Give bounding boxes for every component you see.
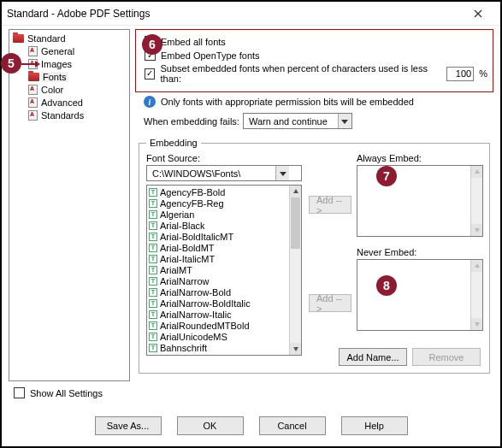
font-list-item-label: ArialNarrow-Italic <box>160 309 232 320</box>
font-list-item[interactable]: TArialNarrow-BoldItalic <box>149 298 287 309</box>
chevron-down-icon <box>275 166 289 180</box>
tree-item-label: General <box>39 46 76 56</box>
truetype-icon: T <box>149 233 157 241</box>
svg-marker-10 <box>475 263 480 268</box>
save-as-button[interactable]: Save As... <box>95 416 162 435</box>
truetype-icon: T <box>149 266 157 274</box>
tree-item-general[interactable]: General <box>11 44 129 57</box>
font-list-item[interactable]: TAgencyFB-Bold <box>149 186 287 197</box>
font-list-item[interactable]: TAgencyFB-Reg <box>149 197 287 209</box>
ok-button[interactable]: OK <box>177 416 244 435</box>
font-list-item[interactable]: TArialMT <box>149 264 287 275</box>
tree-root-label: Standard <box>26 33 68 44</box>
scroll-down-button[interactable] <box>290 343 301 355</box>
font-list-item[interactable]: TArialNarrow <box>149 275 287 286</box>
tree-item-label: Standards <box>39 110 86 121</box>
font-list-item-label: ArialRoundedMTBold <box>160 321 250 331</box>
truetype-icon: T <box>149 344 157 352</box>
truetype-icon: T <box>149 199 157 208</box>
add-never-button[interactable]: Add --> <box>309 294 351 312</box>
font-list-item-label: AgencyFB-Bold <box>160 187 225 197</box>
font-source-label: Font Source: <box>146 153 304 163</box>
scroll-down-button[interactable] <box>471 224 482 236</box>
tree-item-color[interactable]: Color <box>11 83 129 96</box>
tree-item-standards[interactable]: Standards <box>11 109 129 121</box>
embed-all-label: Embed all fonts <box>161 37 226 47</box>
font-list-item[interactable]: TArialNarrow-Bold <box>149 286 287 298</box>
embedding-legend: Embedding <box>146 138 201 148</box>
remove-button[interactable]: Remove <box>412 348 481 366</box>
truetype-icon: T <box>149 188 157 197</box>
subset-percent-input[interactable]: 100 <box>446 67 475 81</box>
truetype-icon: T <box>149 244 157 252</box>
font-list-item[interactable]: TArial-BoldMT <box>149 242 287 253</box>
annotation-badge-8: 8 <box>376 275 397 296</box>
truetype-icon: T <box>149 277 157 286</box>
embedding-fails-value: Warn and continue <box>244 116 338 127</box>
scroll-up-button[interactable] <box>471 166 482 178</box>
scroll-thumb[interactable] <box>291 197 300 249</box>
tree-item-advanced[interactable]: Advanced <box>11 96 129 109</box>
never-embed-scrollbar[interactable] <box>470 260 482 330</box>
font-list-item-label: Arial-BoldMT <box>160 243 215 253</box>
font-list-item[interactable]: TAlgerian <box>149 209 287 220</box>
scroll-up-button[interactable] <box>471 260 482 272</box>
scroll-up-button[interactable] <box>290 186 301 197</box>
font-list-item[interactable]: TArial-ItalicMT <box>149 253 287 264</box>
font-list-item-label: AgencyFB-Reg <box>160 198 224 209</box>
always-embed-scrollbar[interactable] <box>470 166 482 236</box>
show-all-settings-checkbox[interactable] <box>14 387 25 398</box>
fonts-panel: ✓ Embed all fonts ✓ Embed OpenType fonts… <box>130 29 493 385</box>
tree-item-label: Color <box>39 85 65 95</box>
font-source-dropdown[interactable]: C:\WINDOWS\Fonts\ <box>146 165 302 181</box>
font-list-item[interactable]: TArialUnicodeMS <box>149 331 287 342</box>
svg-marker-11 <box>475 322 480 327</box>
font-list-item-label: Arial-ItalicMT <box>160 254 215 264</box>
truetype-icon: T <box>149 210 157 219</box>
font-list-item[interactable]: TArial-BoldItalicMT <box>149 231 287 242</box>
embed-ot-label: Embed OpenType fonts <box>161 50 260 61</box>
font-list-item-label: ArialUnicodeMS <box>160 332 227 342</box>
settings-tree[interactable]: Standard General Images Fonts Color Adva… <box>9 29 130 381</box>
close-button[interactable] <box>461 3 495 25</box>
embedding-group: Embedding Font Source: C:\WINDOWS\Fonts\… <box>139 138 490 374</box>
add-always-button[interactable]: Add --> <box>309 196 351 214</box>
add-name-button[interactable]: Add Name... <box>339 348 407 366</box>
tree-root-standard[interactable]: Standard <box>11 32 129 44</box>
never-embed-label: Never Embed: <box>357 247 476 257</box>
subset-percent-suffix: % <box>479 68 487 79</box>
font-list-item[interactable]: TArialNarrow-Italic <box>149 309 287 320</box>
truetype-icon: T <box>149 255 157 263</box>
svg-marker-5 <box>280 172 286 176</box>
svg-marker-1 <box>35 61 40 68</box>
font-list-item[interactable]: TArial-Black <box>149 220 287 231</box>
scroll-down-button[interactable] <box>471 318 482 330</box>
truetype-icon: T <box>149 333 157 341</box>
subset-label: Subset embedded fonts when percent of ch… <box>160 63 437 84</box>
font-list-item[interactable]: TArialRoundedMTBold <box>149 320 287 331</box>
font-options-group: ✓ Embed all fonts ✓ Embed OpenType fonts… <box>135 29 493 92</box>
never-embed-list[interactable] <box>357 259 483 331</box>
doc-icon <box>28 97 38 108</box>
tree-item-label: Images <box>39 59 74 69</box>
font-list-item-label: Bahnschrift <box>160 343 207 353</box>
cancel-button[interactable]: Cancel <box>259 416 326 435</box>
titlebar: Standard - Adobe PDF Settings <box>2 2 500 26</box>
folder-icon <box>13 34 24 43</box>
permission-info-row: i Only fonts with appropriate permission… <box>144 96 493 108</box>
folder-icon <box>28 73 39 81</box>
font-list-scrollbar[interactable] <box>289 186 301 355</box>
annotation-badge-5: 5 <box>1 53 21 74</box>
help-button[interactable]: Help <box>341 416 408 435</box>
tree-item-fonts[interactable]: Fonts <box>11 70 129 83</box>
svg-marker-4 <box>341 120 348 124</box>
main-area: Standard General Images Fonts Color Adva… <box>2 26 500 385</box>
dialog-footer: Save As... OK Cancel Help <box>2 405 500 446</box>
font-list-item[interactable]: TBahnschrift <box>149 342 287 353</box>
doc-icon <box>28 85 38 95</box>
font-source-list[interactable]: TAgencyFB-BoldTAgencyFB-RegTAlgerianTAri… <box>146 185 302 356</box>
embedding-fails-label: When embedding fails: <box>144 116 239 127</box>
subset-checkbox[interactable]: ✓ <box>145 68 155 80</box>
embed-all-row: ✓ Embed all fonts <box>145 36 487 47</box>
embedding-fails-dropdown[interactable]: Warn and continue <box>243 113 352 129</box>
